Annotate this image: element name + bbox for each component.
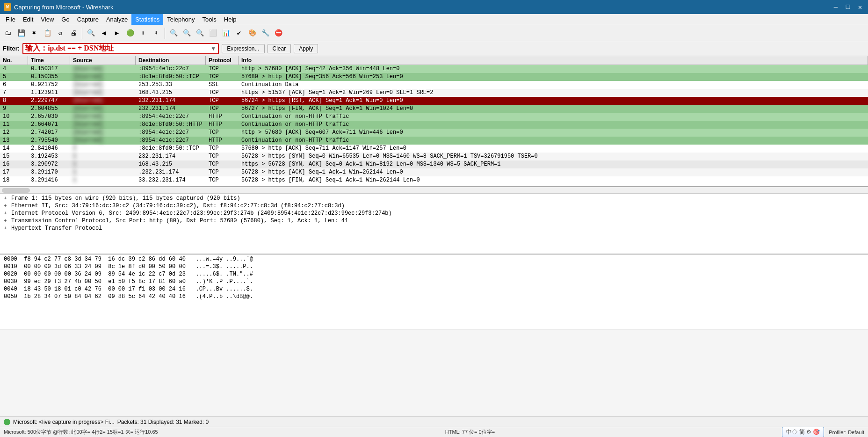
table-row[interactable]: 122.742017[blurred]:8954:4e1c:22c7TCPhtt… (0, 129, 868, 137)
toolbar-button[interactable]: ✔ (233, 27, 245, 39)
column-header-protocol[interactable]: Protocol (206, 56, 239, 65)
bottom-bar: Microsoft: 500位字节 @行数: 此00字= 4行2= 15标=1 … (0, 427, 868, 437)
apply-button[interactable]: Apply (294, 44, 318, 53)
filter-dropdown-icon[interactable]: ▼ (210, 45, 216, 52)
expand-icon[interactable]: + (4, 196, 9, 201)
table-row[interactable]: 92.604855[blurred]232.231.174TCP56727 > … (0, 105, 868, 113)
cell-proto: TCP (206, 145, 239, 152)
toolbar-button[interactable]: 🟢 (124, 27, 136, 39)
table-row[interactable]: 153.1924531232.231.174TCP56728 > https [… (0, 153, 868, 160)
cell-src: [blurred] (70, 137, 136, 144)
hex-dump[interactable]: 0000 f8 94 c2 77 c8 3d 34 79 16 dc 39 c2… (0, 255, 868, 329)
expression-button[interactable]: Expression... (222, 44, 264, 53)
empty-area (0, 329, 868, 416)
toolbar-button[interactable]: ↺ (54, 27, 66, 39)
status-left: Microsoft: <live capture in progress> Fi… (4, 419, 209, 425)
column-header-no[interactable]: No. (0, 56, 28, 65)
cell-no: 14 (0, 145, 28, 152)
cell-time: 3.290972 (28, 160, 70, 168)
cell-dst: 232.231.174 (136, 105, 206, 112)
toolbar-button[interactable]: 📊 (220, 27, 232, 39)
detail-row[interactable]: +Transmission Control Protocol, Src Port… (0, 217, 868, 225)
table-row[interactable]: 132.795540[blurred]:8954:4e1c:22c7HTTPCo… (0, 137, 868, 145)
menu-item-go[interactable]: Go (58, 14, 73, 25)
hex-row: 0010 00 00 00 3d 06 33 24 09 8c 1e 8f d0… (2, 263, 866, 270)
menu-item-analyze[interactable]: Analyze (102, 14, 131, 25)
detail-text: Ethernet II, Src: 34:79:16:dc:39:c2 (34:… (11, 203, 345, 209)
detail-row[interactable]: +Hypertext Transfer Protocol (0, 225, 868, 232)
main-content: No.TimeSourceDestinationProtocolInfo 40.… (0, 56, 868, 416)
filter-bar: Filter: ▼ Expression... Clear Apply (0, 41, 868, 56)
maximize-button[interactable]: □ (844, 3, 852, 11)
toolbar-button[interactable]: 🔧 (259, 27, 271, 39)
toolbar-button[interactable]: 📋 (41, 27, 53, 39)
close-button[interactable]: ✕ (856, 3, 864, 11)
menu-item-view[interactable]: View (37, 14, 58, 25)
toolbar-button[interactable]: ⬇ (150, 27, 162, 39)
table-row[interactable]: 183.291416133.232.231.174TCP56728 > http… (0, 176, 868, 184)
menu-item-capture[interactable]: Capture (73, 14, 102, 25)
toolbar-button[interactable]: 🎨 (246, 27, 258, 39)
toolbar-button[interactable]: ◀ (98, 27, 110, 39)
cell-time: 1.123911 (28, 89, 70, 96)
table-row[interactable]: 50.150355[blurred]:8c1e:8fd0:50::TCPTCP5… (0, 73, 868, 81)
table-row[interactable]: 102.657030[blurred]:8954:4e1c:22c7HTTPCo… (0, 113, 868, 121)
toolbar-button[interactable]: 🔍 (167, 27, 180, 39)
toolbar-button[interactable]: ⬆ (137, 27, 149, 39)
toolbar-button[interactable]: 🔍 (181, 27, 193, 39)
expand-icon[interactable]: + (4, 211, 9, 216)
packets-count: Packets: 31 Displayed: 31 Marked: 0 (117, 419, 209, 425)
column-header-source[interactable]: Source (70, 56, 136, 65)
filter-input[interactable] (25, 44, 210, 53)
expand-icon[interactable]: + (4, 226, 9, 231)
cell-src: [blurred] (70, 105, 136, 112)
ime-button[interactable]: 中◇ 简 ⚙ 🎯 (782, 427, 824, 437)
packet-list[interactable]: No.TimeSourceDestinationProtocolInfo 40.… (0, 56, 868, 187)
toolbar-button[interactable]: 🔍 (85, 27, 97, 39)
cell-no: 16 (0, 160, 28, 168)
table-row[interactable]: 82.229747[blurred]232.231.174TCP56724 > … (0, 97, 868, 105)
minimize-button[interactable]: — (832, 3, 840, 11)
expand-icon[interactable]: + (4, 218, 9, 224)
menu-item-statistics[interactable]: Statistics (131, 14, 163, 25)
menu-item-tools[interactable]: Tools (198, 14, 220, 25)
expand-icon[interactable]: + (4, 203, 9, 209)
column-header-time[interactable]: Time (28, 56, 70, 65)
toolbar-button[interactable]: 🗂 (2, 27, 14, 39)
toolbar-button[interactable]: ▶ (111, 27, 123, 39)
table-row[interactable]: 40.150317[blurred]:8954:4e1c:22c7TCPhttp… (0, 65, 868, 73)
cell-proto: TCP (206, 153, 239, 160)
table-row[interactable]: 173.2911701.232.231.174TCP56728 > https … (0, 168, 868, 176)
cell-info: 56727 > https [FIN, ACK] Seq=1 Ack=1 Win… (239, 105, 868, 112)
toolbar-button[interactable]: 💾 (15, 27, 27, 39)
menu-item-help[interactable]: Help (220, 14, 240, 25)
detail-row[interactable]: +Frame 1: 115 bytes on wire (920 bits), … (0, 195, 868, 202)
table-row[interactable]: 60.921752[blurred]253.253.33SSLContinuat… (0, 81, 868, 89)
hex-row: 0020 00 00 00 00 00 36 24 09 89 54 4e 1c… (2, 270, 866, 278)
clear-button[interactable]: Clear (268, 44, 291, 53)
cell-info: http > 57680 [ACK] Seq=42 Ack=356 Win=44… (239, 65, 868, 73)
toolbar-button[interactable]: 🔍 (194, 27, 206, 39)
detail-row[interactable]: +Ethernet II, Src: 34:79:16:dc:39:c2 (34… (0, 202, 868, 210)
column-header-info[interactable]: Info (239, 56, 868, 65)
cell-time: 3.291416 (28, 176, 70, 184)
column-header-destination[interactable]: Destination (136, 56, 206, 65)
toolbar-button[interactable]: ✖ (28, 27, 40, 39)
table-row[interactable]: 112.664071[blurred]:8c1e:8fd0:50::HTTPHT… (0, 121, 868, 129)
menu-item-edit[interactable]: Edit (19, 14, 37, 25)
status-bar: Microsoft: <live capture in progress> Fi… (0, 416, 868, 427)
toolbar-button[interactable]: ⛔ (272, 27, 284, 39)
toolbar: 🗂💾✖📋↺🖨🔍◀▶🟢⬆⬇🔍🔍🔍⬜📊✔🎨🔧⛔ (0, 25, 868, 41)
horizontal-scrollbar[interactable] (0, 187, 868, 194)
detail-row[interactable]: +Internet Protocol Version 6, Src: 2409:… (0, 210, 868, 217)
toolbar-button[interactable]: ⬜ (207, 27, 219, 39)
cell-no: 6 (0, 81, 28, 88)
table-row[interactable]: 71.123911[blurred]168.43.215TCPhttps > 5… (0, 89, 868, 97)
toolbar-button[interactable]: 🖨 (67, 27, 80, 39)
table-row[interactable]: 163.2909721168.43.215TCPhttps > 56728 [S… (0, 160, 868, 168)
packet-detail[interactable]: +Frame 1: 115 bytes on wire (920 bits), … (0, 194, 868, 255)
cell-src: [blurred] (70, 81, 136, 88)
menu-item-file[interactable]: File (2, 14, 19, 25)
table-row[interactable]: 142.8410462:8c1e:8fd0:50::TCPTCP57680 > … (0, 145, 868, 153)
menu-item-telephony[interactable]: Telephony (163, 14, 198, 25)
